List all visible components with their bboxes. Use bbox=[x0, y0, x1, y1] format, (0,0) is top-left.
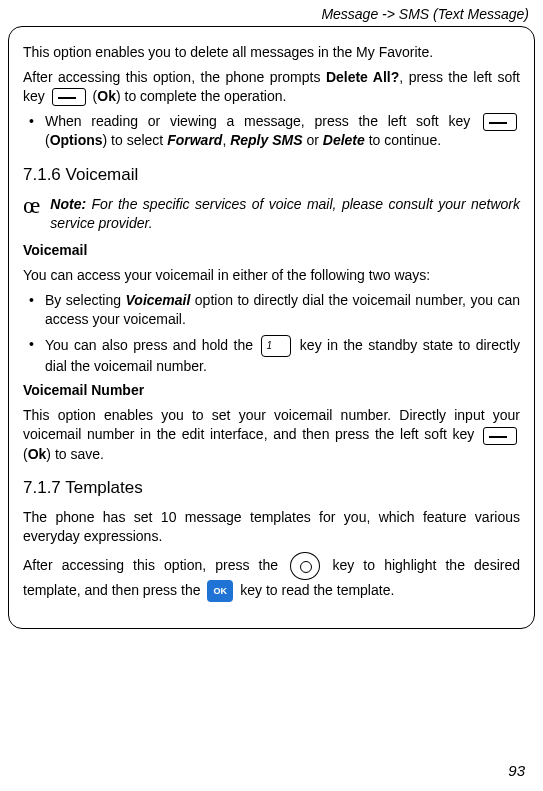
text: When reading or viewing a message, press… bbox=[45, 113, 480, 129]
left-soft-key-icon bbox=[483, 427, 517, 445]
paragraph: After accessing this option, the phone p… bbox=[23, 68, 520, 106]
bullet-list: By selecting Voicemail option to directl… bbox=[23, 291, 520, 376]
page-number: 93 bbox=[508, 762, 525, 779]
list-item: You can also press and hold the key in t… bbox=[23, 335, 520, 376]
ok-key-icon: OK bbox=[207, 580, 233, 602]
reply-sms-label: Reply SMS bbox=[230, 132, 302, 148]
section-heading-voicemail: 7.1.6 Voicemail bbox=[23, 164, 520, 187]
note-icon: œ bbox=[23, 193, 40, 217]
section-heading-templates: 7.1.7 Templates bbox=[23, 477, 520, 500]
text: For the specific services of voice mail,… bbox=[50, 196, 520, 231]
list-item: By selecting Voicemail option to directl… bbox=[23, 291, 520, 329]
note-text: Note: For the specific services of voice… bbox=[50, 195, 520, 233]
options-label: Options bbox=[50, 132, 103, 148]
text: ) to complete the operation. bbox=[116, 88, 286, 104]
text: ) to select bbox=[103, 132, 168, 148]
prompt-label: Delete All? bbox=[326, 69, 399, 85]
left-soft-key-icon bbox=[483, 113, 517, 131]
text: This option enables you to set your voic… bbox=[23, 407, 520, 442]
paragraph: The phone has set 10 message templates f… bbox=[23, 508, 520, 546]
paragraph: This option enables you to delete all me… bbox=[23, 43, 520, 62]
text: key to read the template. bbox=[236, 582, 394, 598]
text: ( bbox=[89, 88, 98, 104]
page-header: Message -> SMS (Text Message) bbox=[0, 0, 543, 26]
text: to continue. bbox=[365, 132, 441, 148]
bullet-list: When reading or viewing a message, press… bbox=[23, 112, 520, 150]
text: ) to save. bbox=[46, 446, 104, 462]
text: By selecting bbox=[45, 292, 126, 308]
subheading-voicemail: Voicemail bbox=[23, 241, 520, 260]
text: After accessing this option, press the bbox=[23, 557, 287, 573]
text: You can also press and hold the bbox=[45, 336, 258, 352]
paragraph: This option enables you to set your voic… bbox=[23, 406, 520, 463]
navigation-key-icon bbox=[290, 552, 320, 580]
forward-label: Forward bbox=[167, 132, 222, 148]
note-label: Note: bbox=[50, 196, 86, 212]
ok-label: Ok bbox=[97, 88, 116, 104]
subheading-voicemail-number: Voicemail Number bbox=[23, 381, 520, 400]
paragraph: After accessing this option, press the k… bbox=[23, 552, 520, 602]
text: or bbox=[303, 132, 323, 148]
voicemail-option-label: Voicemail bbox=[126, 292, 191, 308]
paragraph: You can access your voicemail in either … bbox=[23, 266, 520, 285]
content-frame: This option enables you to delete all me… bbox=[8, 26, 535, 629]
list-item: When reading or viewing a message, press… bbox=[23, 112, 520, 150]
note-block: œ Note: For the specific services of voi… bbox=[23, 195, 520, 233]
delete-label: Delete bbox=[323, 132, 365, 148]
left-soft-key-icon bbox=[52, 88, 86, 106]
text: After accessing this option, the phone p… bbox=[23, 69, 326, 85]
one-key-icon bbox=[261, 335, 291, 357]
text: , bbox=[222, 132, 230, 148]
ok-label: Ok bbox=[28, 446, 47, 462]
